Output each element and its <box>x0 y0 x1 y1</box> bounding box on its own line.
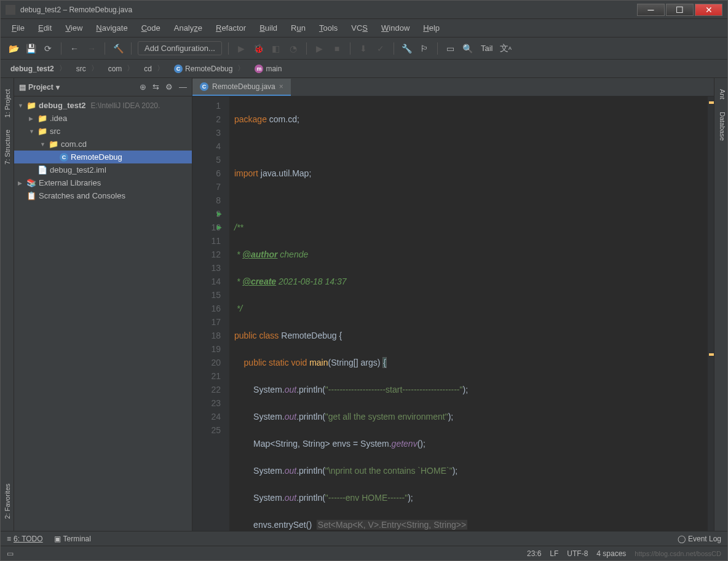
debug-icon[interactable]: 🐞 <box>252 42 266 55</box>
window-title: debug_test2 – RemoteDebug.java <box>20 6 636 14</box>
panel-title[interactable]: ▤ Project ▾ <box>19 83 135 92</box>
toolbar: 📂 💾 ⟳ ← → 🔨 Add Configuration... ▶ 🐞 ◧ ◔… <box>1 37 727 60</box>
tree-external[interactable]: ▶📚 External Libraries <box>14 176 192 189</box>
run-config-dropdown[interactable]: Add Configuration... <box>138 41 222 55</box>
run-marker-class[interactable]: ▶ <box>217 207 222 221</box>
menu-file[interactable]: File <box>7 21 30 35</box>
panel-settings-icon[interactable]: ⚙ <box>165 82 173 92</box>
app-icon <box>6 5 15 15</box>
tree-iml[interactable]: 📄 debug_test2.iml <box>14 163 192 176</box>
line-separator[interactable]: LF <box>550 549 558 558</box>
menu-vcs[interactable]: VCS <box>346 21 373 35</box>
build-icon[interactable]: 🔨 <box>111 42 125 55</box>
menu-view[interactable]: View <box>60 21 87 35</box>
stop-icon[interactable]: ■ <box>330 42 344 55</box>
tail-label[interactable]: Tail <box>478 44 496 53</box>
run-icon[interactable]: ▶ <box>235 42 248 55</box>
tree-class[interactable]: C RemoteDebug <box>14 151 192 163</box>
tab-ant[interactable]: Ant <box>714 83 727 106</box>
tab-terminal[interactable]: ▣ Terminal <box>54 535 91 543</box>
tree-package[interactable]: ▼📁 com.cd <box>14 138 192 151</box>
attach-run-icon[interactable]: ▶ <box>313 42 326 55</box>
translate-icon[interactable]: 文A <box>499 42 512 55</box>
status-icon[interactable]: ▭ <box>7 549 14 558</box>
open-icon[interactable]: 📂 <box>7 42 20 55</box>
menu-window[interactable]: Window <box>376 21 414 35</box>
breadcrumb: debug_test2〉 src〉 com〉 cd〉 CRemoteDebug〉… <box>1 60 727 78</box>
tab-structure[interactable]: 7: Structure <box>1 124 14 171</box>
menu-run[interactable]: Run <box>286 21 311 35</box>
encoding[interactable]: UTF-8 <box>567 549 588 558</box>
refresh-icon[interactable]: ⟳ <box>41 42 55 55</box>
tab-favorites[interactable]: 2: Favorites <box>1 477 14 525</box>
close-button[interactable]: ✕ <box>695 4 722 16</box>
menu-analyze[interactable]: Analyze <box>169 21 207 35</box>
project-panel: ▤ Project ▾ ⊕ ⇆ ⚙ — ▼📁 debug_test2 E:\In… <box>14 78 192 531</box>
profile-icon[interactable]: ◔ <box>287 42 300 55</box>
crumb-com[interactable]: com〉 <box>105 62 138 75</box>
minimize-button[interactable]: ─ <box>637 4 665 16</box>
tree-src[interactable]: ▼📁 src <box>14 125 192 138</box>
gutter: 1234 5678 9▶ 10▶ 11121314 15161718 19202… <box>192 96 229 531</box>
tab-database[interactable]: Database <box>714 106 727 147</box>
right-tool-tabs: Ant Database <box>714 78 727 531</box>
indent[interactable]: 4 spaces <box>596 549 626 558</box>
vcs-update-icon[interactable]: ⬇ <box>357 42 370 55</box>
flag-icon[interactable]: 🏳 <box>417 42 431 55</box>
locate-icon[interactable]: ⊕ <box>140 82 146 92</box>
menu-navigate[interactable]: Navigate <box>91 21 132 35</box>
search-icon[interactable]: 🔍 <box>461 42 475 55</box>
tab-project[interactable]: 1: Project <box>1 83 14 124</box>
settings-icon[interactable]: 🔧 <box>400 42 414 55</box>
menu-refactor[interactable]: Refactor <box>211 21 251 35</box>
tab-todo[interactable]: ≡ 6: TODO <box>7 535 43 543</box>
coverage-icon[interactable]: ◧ <box>269 42 283 55</box>
menu-tools[interactable]: Tools <box>314 21 342 35</box>
crumb-method[interactable]: mmain <box>251 63 285 74</box>
close-tab-icon[interactable]: × <box>279 82 283 91</box>
vcs-commit-icon[interactable]: ✓ <box>374 42 387 55</box>
editor[interactable]: 1234 5678 9▶ 10▶ 11121314 15161718 19202… <box>192 96 714 531</box>
code-content[interactable]: package com.cd; import java.util.Map; /*… <box>229 96 708 531</box>
editor-tabs: C RemoteDebug.java × <box>192 78 714 96</box>
tab-eventlog[interactable]: ◯ Event Log <box>678 535 721 543</box>
forward-icon[interactable]: → <box>85 42 98 55</box>
cursor-position[interactable]: 23:6 <box>527 549 541 558</box>
error-stripe[interactable] <box>708 96 714 531</box>
menu-bar: File Edit View Navigate Code Analyze Ref… <box>1 19 727 37</box>
menu-build[interactable]: Build <box>255 21 282 35</box>
back-icon[interactable]: ← <box>68 42 81 55</box>
tree-scratches[interactable]: 📋 Scratches and Consoles <box>14 189 192 202</box>
status-bar: ▭ 23:6 LF UTF-8 4 spaces https://blog.cs… <box>1 546 727 560</box>
hide-panel-icon[interactable]: — <box>179 82 187 92</box>
run-marker-main[interactable]: ▶ <box>217 221 222 234</box>
project-tree: ▼📁 debug_test2 E:\IntelliJ IDEA 2020. ▶📁… <box>14 96 192 531</box>
bottom-tabs: ≡ 6: TODO ▣ Terminal ◯ Event Log <box>1 531 727 546</box>
tree-idea[interactable]: ▶📁 .idea <box>14 112 192 125</box>
menu-edit[interactable]: Edit <box>33 21 57 35</box>
tree-root[interactable]: ▼📁 debug_test2 E:\IntelliJ IDEA 2020. <box>14 99 192 112</box>
menu-code[interactable]: Code <box>136 21 165 35</box>
menu-help[interactable]: Help <box>418 21 445 35</box>
tab-label: RemoteDebug.java <box>212 82 275 91</box>
crumb-cd[interactable]: cd〉 <box>140 62 168 75</box>
editor-area: C RemoteDebug.java × 1234 5678 9▶ 10▶ 11… <box>192 78 714 531</box>
maximize-button[interactable]: ☐ <box>666 4 694 16</box>
crumb-project[interactable]: debug_test2〉 <box>7 62 70 75</box>
screen-icon[interactable]: ▭ <box>444 42 457 55</box>
watermark: https://blog.csdn.net/bossCD <box>635 550 721 557</box>
crumb-src[interactable]: src〉 <box>73 62 102 75</box>
left-tool-tabs: 1: Project 7: Structure 2: Favorites <box>1 78 14 531</box>
save-icon[interactable]: 💾 <box>24 42 38 55</box>
crumb-class[interactable]: CRemoteDebug〉 <box>170 62 248 75</box>
collapse-icon[interactable]: ⇆ <box>152 82 159 92</box>
title-bar: debug_test2 – RemoteDebug.java ─ ☐ ✕ <box>1 1 727 19</box>
editor-tab-remotedebug[interactable]: C RemoteDebug.java × <box>192 79 291 96</box>
